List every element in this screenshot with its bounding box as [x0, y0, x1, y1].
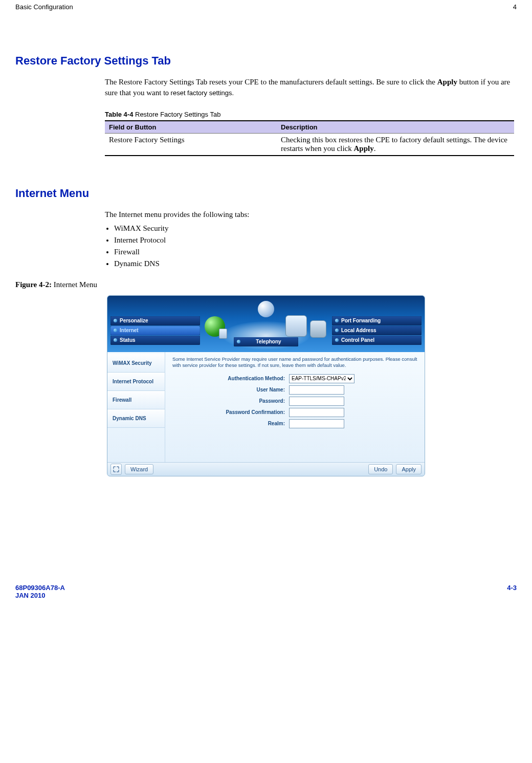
bullet-icon	[335, 338, 339, 342]
expand-icon[interactable]	[110, 464, 122, 475]
list-item: Internet Protocol	[114, 235, 514, 246]
bullet-icon	[237, 340, 240, 343]
password-confirm-input[interactable]	[289, 408, 344, 417]
globe-icon	[205, 316, 225, 337]
nav-control-panel[interactable]: Control Panel	[332, 336, 422, 345]
heading-restore-factory: Restore Factory Settings Tab	[15, 54, 517, 68]
side-tab-dynamic-dns[interactable]: Dynamic DNS	[107, 409, 165, 428]
server-icon	[310, 320, 326, 338]
realm-input[interactable]	[289, 419, 344, 428]
screenshot-sidebar: WiMAX Security Internet Protocol Firewal…	[107, 352, 165, 462]
nav-left-group: Personalize Internet Status	[110, 316, 200, 345]
table-caption: Table 4-4 Restore Factory Settings Tab	[105, 111, 514, 118]
nav-internet[interactable]: Internet	[110, 326, 200, 335]
nav-personalize[interactable]: Personalize	[110, 316, 200, 325]
nav-status[interactable]: Status	[110, 336, 200, 345]
page-footer: 68P09306A78-A JAN 2010 4-3	[15, 584, 517, 603]
side-tab-firewall[interactable]: Firewall	[107, 391, 165, 409]
figure-caption: Figure 4-2: Internet Menu	[15, 280, 517, 289]
table-header-desc: Description	[277, 121, 514, 134]
header-right: 4	[513, 3, 517, 11]
table-header-field: Field or Button	[105, 121, 277, 134]
row-password: Password:	[172, 397, 417, 406]
cell-field: Restore Factory Settings	[105, 134, 277, 156]
undo-button[interactable]: Undo	[368, 464, 393, 474]
auth-method-select[interactable]: EAP-TTLS/MS-CHAPv2	[289, 374, 354, 383]
doc-date: JAN 2010	[15, 592, 46, 599]
heading-internet-menu: Internet Menu	[15, 187, 517, 200]
bullet-icon	[335, 319, 339, 322]
figure-internet-menu: Personalize Internet Status Port Forward…	[107, 295, 425, 476]
label-password-confirm: Password Confirmation:	[172, 409, 289, 415]
wizard-button[interactable]: Wizard	[125, 464, 153, 474]
username-input[interactable]	[289, 385, 344, 395]
row-auth-method: Authentication Method: EAP-TTLS/MS-CHAPv…	[172, 374, 417, 383]
screenshot-footer: Wizard Undo Apply	[107, 462, 425, 476]
footer-left: 68P09306A78-A JAN 2010	[15, 584, 65, 599]
restore-description: The Restore Factory Settings Tab resets …	[105, 77, 514, 98]
screenshot-body: WiMAX Security Internet Protocol Firewal…	[107, 352, 425, 462]
hint-text: Some Internet Service Provider may requi…	[172, 356, 417, 369]
nav-local-address[interactable]: Local Address	[332, 326, 422, 335]
screenshot-header: Personalize Internet Status Port Forward…	[107, 296, 425, 352]
list-item: WiMAX Security	[114, 223, 514, 234]
header-left: Basic Configuration	[15, 3, 73, 11]
row-realm: Realm:	[172, 419, 417, 428]
nav-right-group: Port Forwarding Local Address Control Pa…	[332, 316, 422, 345]
computer-icon	[285, 315, 307, 337]
password-input[interactable]	[289, 397, 344, 406]
bullet-icon	[114, 329, 117, 332]
apply-button[interactable]: Apply	[396, 464, 422, 474]
page-number: 4-3	[507, 584, 517, 592]
bullet-icon	[114, 319, 117, 322]
internet-menu-intro: The Internet menu provides the following…	[105, 209, 514, 220]
footer-right: 4-3	[507, 584, 517, 599]
restore-table: Field or Button Description Restore Fact…	[105, 120, 514, 156]
cell-desc: Checking this box restores the CPE to fa…	[277, 134, 514, 156]
list-item: Firewall	[114, 247, 514, 257]
row-password-confirm: Password Confirmation:	[172, 408, 417, 417]
row-username: User Name:	[172, 385, 417, 395]
bullet-icon	[114, 338, 117, 342]
table-row: Restore Factory Settings Checking this b…	[105, 134, 514, 156]
label-password: Password:	[172, 398, 289, 404]
label-username: User Name:	[172, 387, 289, 393]
doc-number: 68P09306A78-A	[15, 584, 65, 592]
running-header: Basic Configuration 4	[15, 0, 517, 16]
internet-menu-list: WiMAX Security Internet Protocol Firewal…	[105, 223, 514, 269]
screenshot-main: Some Internet Service Provider may requi…	[165, 352, 425, 462]
side-tab-wimax-security[interactable]: WiMAX Security	[107, 354, 165, 373]
bullet-icon	[335, 329, 339, 332]
nav-port-forwarding[interactable]: Port Forwarding	[332, 316, 422, 325]
label-auth: Authentication Method:	[172, 376, 289, 381]
label-realm: Realm:	[172, 421, 289, 426]
list-item: Dynamic DNS	[114, 258, 514, 269]
nav-telephony[interactable]: Telephony	[234, 337, 298, 346]
side-tab-internet-protocol[interactable]: Internet Protocol	[107, 373, 165, 391]
motorola-logo-icon	[258, 301, 274, 317]
